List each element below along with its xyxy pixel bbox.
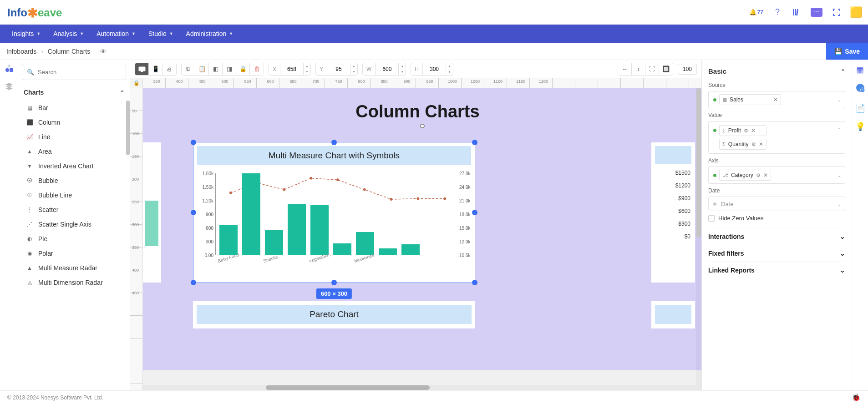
search-input[interactable] <box>38 69 121 76</box>
nav-insights[interactable]: Insights▼ <box>5 25 47 43</box>
chart-type-item[interactable]: ◉Polar <box>18 246 130 261</box>
gear-icon[interactable]: ⚙ <box>751 141 756 147</box>
h-input[interactable] <box>423 63 446 75</box>
interactions-section[interactable]: Interactions⌄ <box>708 228 845 245</box>
bring-forward-button[interactable]: ◧ <box>209 63 223 75</box>
remove-icon[interactable]: ✕ <box>759 141 763 147</box>
w-down[interactable]: ▼ <box>399 69 406 75</box>
widget-peek-bottom[interactable]: Pareto Chart <box>193 301 475 328</box>
dropdown-icon[interactable]: ⌄ <box>838 97 841 102</box>
fit-width-button[interactable]: ↔ <box>618 63 632 75</box>
y-coord-input[interactable]: Y ▲▼ <box>315 63 358 76</box>
chart-type-item[interactable]: ⋰Scatter Single Axis <box>18 217 130 232</box>
fit-screen-button[interactable]: ⛶ <box>645 63 659 75</box>
date-field[interactable]: Date ⌄ <box>708 197 845 211</box>
checkbox-icon[interactable] <box>708 215 715 222</box>
fit-height-button[interactable]: ↕ <box>632 63 645 75</box>
canvas-viewport[interactable]: Column Charts Multi Measure Chart with S… <box>143 88 701 390</box>
axis-field[interactable]: ⎇ Category ⚙ ✕ ⌄ <box>708 167 845 184</box>
value-chip[interactable]: ΣProfit⚙✕ <box>719 125 766 136</box>
print-button[interactable]: 🖨 <box>162 63 176 75</box>
user-avatar[interactable]: 🟨 <box>851 7 861 17</box>
basic-section-header[interactable]: Basic ⌃ <box>708 65 845 78</box>
widget-peek-right[interactable]: $1500$1200$900$600$300$0 <box>651 142 695 283</box>
source-chip[interactable]: ▦ Sales ✕ <box>719 94 781 105</box>
help-button[interactable]: ? <box>772 7 782 17</box>
title-resize-handle[interactable] <box>420 124 425 128</box>
gear-icon[interactable]: ⚙ <box>744 128 748 134</box>
nav-administration[interactable]: Administration▼ <box>180 25 240 43</box>
resize-handle-bm[interactable] <box>331 280 337 285</box>
chart-type-item[interactable]: ▲Area <box>18 144 130 159</box>
charts-section-header[interactable]: Charts ⌃ <box>18 84 130 101</box>
timer-button[interactable] <box>855 83 865 95</box>
fullscreen-button[interactable] <box>832 7 842 17</box>
note-button[interactable]: 📄 <box>855 103 865 113</box>
preview-button[interactable]: 👁 <box>100 48 107 55</box>
resize-handle-tl[interactable] <box>191 140 196 145</box>
y-up[interactable]: ▲ <box>350 63 357 70</box>
delete-button[interactable]: 🗑 <box>250 63 264 75</box>
chart-type-item[interactable]: ⋮Scatter <box>18 202 130 217</box>
chart-type-item[interactable]: 📈Line <box>18 130 130 144</box>
zoom-display[interactable]: 100 <box>678 64 697 75</box>
resize-handle-tr[interactable] <box>472 140 477 145</box>
layers-tab[interactable] <box>5 82 13 93</box>
x-down[interactable]: ▼ <box>304 69 310 75</box>
chart-type-item[interactable]: ◐Pie <box>18 232 130 246</box>
x-coord-input[interactable]: X ▲▼ <box>269 63 311 76</box>
fixed-filters-section[interactable]: Fixed filters⌄ <box>708 245 845 262</box>
nav-studio[interactable]: Studio▼ <box>142 25 180 43</box>
dropdown-icon[interactable]: ⌄ <box>838 173 841 178</box>
chart-type-item[interactable]: ▤Bar <box>18 101 130 115</box>
x-input[interactable] <box>280 63 303 75</box>
mobile-view-button[interactable]: 📱 <box>149 63 162 75</box>
horizontal-scrollbar[interactable] <box>143 385 696 390</box>
notifications-button[interactable]: 🔔 77 <box>749 9 763 15</box>
w-coord-input[interactable]: W ▲▼ <box>362 63 406 76</box>
h-down[interactable]: ▼ <box>446 69 453 75</box>
axis-chip[interactable]: ⎇ Category ⚙ ✕ <box>719 170 771 181</box>
library-button[interactable] <box>792 7 802 17</box>
y-down[interactable]: ▼ <box>350 69 357 75</box>
chart-type-item[interactable]: ⦿Bubble <box>18 173 130 188</box>
remove-icon[interactable]: ✕ <box>773 96 778 103</box>
y-input[interactable] <box>327 63 350 75</box>
activity-button[interactable]: 〰 <box>811 8 822 17</box>
dropdown-icon[interactable]: ⌄ <box>838 125 841 130</box>
h-coord-input[interactable]: H ▲▼ <box>411 63 453 76</box>
w-input[interactable] <box>376 63 398 75</box>
grid-settings-button[interactable]: ▦ <box>856 65 864 75</box>
remove-icon[interactable]: ✕ <box>751 127 756 134</box>
h-up[interactable]: ▲ <box>446 63 453 70</box>
nav-automation[interactable]: Automation▼ <box>90 25 142 43</box>
shapes-tab[interactable] <box>5 64 14 75</box>
x-up[interactable]: ▲ <box>304 63 310 70</box>
hide-zero-checkbox[interactable]: Hide Zero Values <box>708 215 845 222</box>
nav-analysis[interactable]: Analysis▼ <box>47 25 90 43</box>
save-button[interactable]: 💾 Save <box>826 43 868 60</box>
resize-handle-tm[interactable] <box>331 140 337 145</box>
canvas-background[interactable]: Column Charts Multi Measure Chart with S… <box>143 88 701 370</box>
widget-peek-left[interactable] <box>143 142 161 283</box>
canvas-title-text[interactable]: Column Charts <box>143 102 692 121</box>
source-field[interactable]: ▦ Sales ✕ ⌄ <box>708 91 845 108</box>
breadcrumb-root[interactable]: Infoboards <box>6 48 36 55</box>
logo[interactable]: Info✱eave <box>7 5 62 20</box>
chart-type-item[interactable]: ⬛Column <box>18 115 130 130</box>
chart-type-item[interactable]: ⦾Bubble Line <box>18 188 130 202</box>
idea-button[interactable]: 💡 <box>855 121 865 131</box>
paste-button[interactable]: 📋 <box>195 63 209 75</box>
resize-handle-br[interactable] <box>472 280 477 285</box>
send-backward-button[interactable]: ◨ <box>223 63 236 75</box>
resize-handle-bl[interactable] <box>191 280 196 285</box>
copy-button[interactable]: ⧉ <box>182 63 195 75</box>
bug-report-button[interactable]: 🐞 <box>852 393 861 402</box>
dropdown-icon[interactable]: ⌄ <box>838 202 841 207</box>
value-field[interactable]: ΣProfit⚙✕ΣQuantity⚙✕ ⌄ <box>708 121 845 154</box>
value-chip[interactable]: ΣQuantity⚙✕ <box>719 139 766 150</box>
search-box[interactable]: 🔍 <box>22 64 126 80</box>
chart-type-item[interactable]: ▲Multi Measure Radar <box>18 261 130 275</box>
chart-type-item[interactable]: ▼Inverted Area Chart <box>18 159 130 173</box>
remove-icon[interactable]: ✕ <box>763 172 768 178</box>
